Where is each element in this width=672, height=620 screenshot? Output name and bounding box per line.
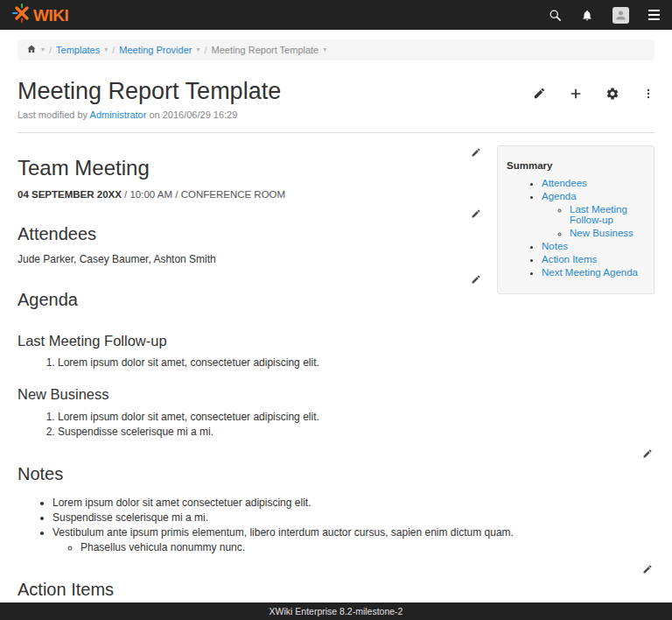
search-icon[interactable] <box>549 9 562 22</box>
list-item: Suspendisse scelerisque mi a mi. <box>58 426 654 438</box>
breadcrumb-current-page: Meeting Report Template <box>212 45 319 55</box>
modified-prefix: Last modified by <box>18 109 90 120</box>
page-header: Meeting Report Template Last modified by… <box>0 67 672 132</box>
modified-suffix: on 2016/06/29 16:29 <box>146 109 237 120</box>
last-meeting-follow-up-list: Lorem ipsum dolor sit amet, consectetuer… <box>18 356 654 369</box>
section-edit-pencil-icon[interactable] <box>469 269 483 285</box>
list-item: Next Meeting Agenda <box>542 267 647 278</box>
breadcrumb-link-templates[interactable]: Templates <box>56 45 100 55</box>
chevron-down-icon[interactable] <box>323 46 326 53</box>
document-content: Summary Attendees Agenda Last Meeting Fo… <box>0 135 672 620</box>
summary-link-agenda[interactable]: Agenda <box>542 191 577 201</box>
section-agenda-header: Agenda <box>18 269 483 315</box>
list-item: Agenda Last Meeting Follow-up New Busine… <box>542 191 647 238</box>
meeting-date: 04 SEPTEMBER 20XX <box>18 189 122 200</box>
meeting-time-location: / 10:00 AM / CONFERENCE ROOM <box>122 189 285 200</box>
section-edit-pencil-icon[interactable] <box>640 559 654 574</box>
heading-last-meeting-follow-up: Last Meeting Follow-up <box>18 333 654 350</box>
heading-new-business: New Business <box>18 386 654 404</box>
list-item: Notes <box>542 241 647 251</box>
version-footer-bar: XWiki Enterprise 8.2-milestone-2 <box>0 602 672 620</box>
user-avatar[interactable] <box>612 7 629 24</box>
summary-link-last-meeting-follow-up[interactable]: Last Meeting Follow-up <box>570 204 627 225</box>
summary-link-attendees[interactable]: Attendees <box>542 178 587 188</box>
heading-attendees: Attendees <box>18 224 96 244</box>
section-edit-pencil-icon[interactable] <box>640 443 654 459</box>
modified-by-user-link[interactable]: Administrator <box>90 109 147 120</box>
section-team-meeting-header: Team Meeting <box>18 142 483 186</box>
list-item-text: Vestibulum ante ipsum primis elementum, … <box>52 526 514 539</box>
heading-action-items: Action Items <box>18 580 114 600</box>
brand-text: WIKI <box>33 7 68 24</box>
header-divider <box>18 132 654 133</box>
page-actions <box>533 78 654 101</box>
section-edit-pencil-icon[interactable] <box>469 203 483 219</box>
chevron-down-icon[interactable] <box>41 46 45 53</box>
page-title: Meeting Report Template <box>18 78 281 105</box>
section-action-items-header: Action Items <box>18 559 654 605</box>
list-item: Suspendisse scelerisque mi a mi. <box>52 511 654 524</box>
section-notes-header: Notes <box>18 443 654 490</box>
summary-link-next-meeting-agenda[interactable]: Next Meeting Agenda <box>542 267 638 278</box>
summary-link-notes[interactable]: Notes <box>542 241 568 251</box>
list-item: Action Items <box>542 254 647 264</box>
more-options-kebab-button[interactable] <box>642 87 654 101</box>
summary-link-new-business[interactable]: New Business <box>570 228 634 238</box>
notifications-bell-icon[interactable] <box>581 9 593 22</box>
list-item: Lorem ipsum dolor sit amet, consectetuer… <box>58 411 654 423</box>
home-icon[interactable] <box>26 44 37 56</box>
top-navbar: WIKI <box>0 0 672 30</box>
section-edit-pencil-icon[interactable] <box>469 142 483 158</box>
notes-list: Lorem ipsum dolor sit amet consectetuer … <box>18 497 654 553</box>
list-item: Last Meeting Follow-up <box>570 204 647 225</box>
heading-notes: Notes <box>18 464 63 484</box>
breadcrumb: Templates Meeting Provider Meeting Repor… <box>18 39 654 60</box>
list-item: Phasellus vehicula nonummy nunc. <box>80 541 654 553</box>
breadcrumb-separator <box>112 45 115 55</box>
summary-title: Summary <box>507 160 647 171</box>
xwiki-logo[interactable]: WIKI <box>12 4 68 26</box>
version-text: XWiki Enterprise 8.2-milestone-2 <box>270 606 403 616</box>
new-business-list: Lorem ipsum dolor sit amet, consectetuer… <box>18 411 654 438</box>
breadcrumb-separator <box>49 45 52 55</box>
list-item: Vestibulum ante ipsum primis elementum, … <box>52 526 654 553</box>
list-item: Attendees <box>542 178 647 188</box>
last-modified-line: Last modified by Administrator on 2016/0… <box>18 109 281 120</box>
summary-link-action-items[interactable]: Action Items <box>542 254 597 264</box>
list-item: Lorem ipsum dolor sit amet, consectetuer… <box>58 356 654 369</box>
list-item: New Business <box>570 228 647 238</box>
breadcrumb-separator <box>204 45 206 55</box>
list-item: Lorem ipsum dolor sit amet consectetuer … <box>52 497 654 509</box>
hamburger-menu-icon[interactable] <box>648 10 660 20</box>
summary-panel: Summary Attendees Agenda Last Meeting Fo… <box>497 145 654 294</box>
chevron-down-icon[interactable] <box>104 46 108 53</box>
add-plus-button[interactable] <box>569 87 583 101</box>
edit-pencil-button[interactable] <box>533 87 546 101</box>
doc-heading-team-meeting: Team Meeting <box>18 156 150 180</box>
settings-gear-button[interactable] <box>606 87 620 101</box>
heading-agenda: Agenda <box>18 290 78 310</box>
breadcrumb-link-meeting-provider[interactable]: Meeting Provider <box>119 45 192 55</box>
section-attendees-header: Attendees <box>18 203 483 250</box>
chevron-down-icon[interactable] <box>196 46 200 53</box>
xwiki-x-logo-icon <box>12 4 32 26</box>
